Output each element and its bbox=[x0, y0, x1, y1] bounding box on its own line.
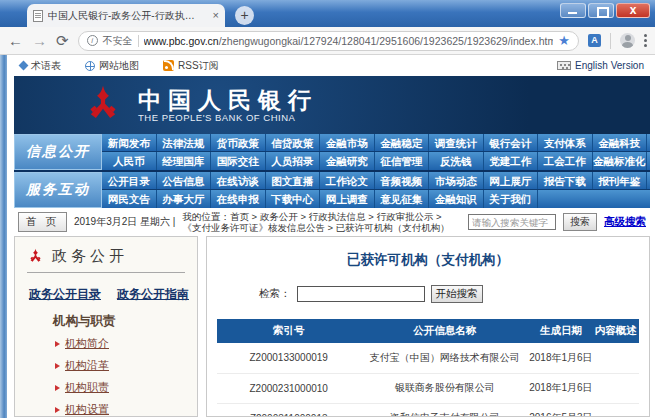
table-row[interactable]: Z2000311000013资和信电子支付有限公司2016年5月3日 bbox=[217, 403, 639, 417]
cell-info-name[interactable]: 支付宝（中国）网络技术有限公司 bbox=[360, 343, 529, 373]
sitemap-link[interactable]: 网站地图 bbox=[85, 59, 139, 73]
nav-item[interactable]: 银行会计 bbox=[484, 134, 539, 151]
start-search-button[interactable]: 开始搜索 bbox=[431, 285, 483, 303]
site-search-button[interactable]: 搜索 bbox=[563, 213, 597, 231]
nav-item[interactable]: 金融标准化 bbox=[593, 152, 648, 170]
sidebar-item-link[interactable]: 机构职责 bbox=[65, 380, 109, 395]
nav-item[interactable]: 调查统计 bbox=[429, 134, 484, 151]
english-label: English Version bbox=[575, 60, 644, 71]
current-date: 2019年3月2日 星期六 | bbox=[74, 215, 176, 229]
nav-item[interactable]: 公告信息 bbox=[157, 172, 212, 189]
window-close-button[interactable]: x bbox=[616, 3, 650, 18]
sidebar-item-link[interactable]: 机构设置 bbox=[65, 402, 109, 417]
nav-item[interactable]: 在线访谈 bbox=[211, 172, 266, 189]
glossary-link[interactable]: 术语表 bbox=[20, 59, 61, 73]
col-summary: 内容概述 bbox=[593, 319, 639, 343]
sidebar-item[interactable]: 机构设置 bbox=[55, 402, 185, 417]
site-utility-bar: 术语表 网站地图 RSS订阅 English Version bbox=[14, 55, 650, 76]
nav-item[interactable]: 征信管理 bbox=[375, 152, 430, 170]
nav-item[interactable]: 报刊年鉴 bbox=[593, 172, 648, 189]
sidebar: 政务公开 政务公开目录 政务公开指南 机构与职责机构简介机构沿革机构职责机构设置… bbox=[14, 236, 198, 417]
address-bar[interactable]: i 不安全 www.pbc.gov.cn/zhengwugongkai/1279… bbox=[78, 31, 579, 51]
forward-button[interactable]: → bbox=[32, 33, 47, 48]
nav-item[interactable]: 音频视频 bbox=[375, 172, 430, 189]
reload-button[interactable]: ⟳ bbox=[56, 33, 69, 48]
nav-item[interactable]: 法律法规 bbox=[157, 134, 212, 151]
nav-group-info-disclosure[interactable]: 信息公开 bbox=[14, 134, 102, 170]
sidebar-link-catalog[interactable]: 政务公开目录 bbox=[29, 286, 101, 303]
nav-item[interactable]: 金融稳定 bbox=[375, 134, 430, 151]
nav-item[interactable]: 意见征集 bbox=[375, 190, 430, 208]
nav-item[interactable]: 支付体系 bbox=[538, 134, 593, 151]
cell-info-name[interactable]: 资和信电子支付有限公司 bbox=[360, 403, 529, 417]
nav-item[interactable]: 党建工作 bbox=[484, 152, 539, 170]
nav-item[interactable]: 网民文告 bbox=[102, 190, 157, 208]
nav-item[interactable]: 在线申报 bbox=[211, 190, 266, 208]
nav-item[interactable]: 办事大厅 bbox=[157, 190, 212, 208]
translate-icon[interactable]: A bbox=[588, 34, 601, 47]
back-button[interactable]: ← bbox=[8, 33, 23, 48]
nav-item[interactable]: 人民币 bbox=[102, 152, 157, 170]
triangle-bullet-icon bbox=[55, 407, 60, 413]
nav-item[interactable]: 货币政策 bbox=[211, 134, 266, 151]
nav-item[interactable]: 工作论文 bbox=[320, 172, 375, 189]
nav-item[interactable]: 公开目录 bbox=[102, 172, 157, 189]
tab-close-icon[interactable]: × bbox=[213, 10, 219, 21]
nav-item[interactable]: 金融知识 bbox=[429, 190, 484, 208]
new-tab-button[interactable]: + bbox=[235, 6, 254, 25]
tab-title: 中国人民银行-政务公开-行政执… bbox=[48, 9, 208, 23]
table-row[interactable]: Z2000231000010银联商务股份有限公司2018年1月6日 bbox=[217, 373, 639, 403]
english-version-link[interactable]: English Version bbox=[557, 60, 644, 71]
nav-item[interactable]: 工会工作 bbox=[538, 152, 593, 170]
sidebar-link-guide[interactable]: 政务公开指南 bbox=[117, 286, 189, 303]
tab-favicon-icon bbox=[33, 10, 43, 22]
nav-item[interactable]: 金融研究 bbox=[320, 152, 375, 170]
bookmark-star-icon[interactable]: ★ bbox=[558, 33, 570, 48]
sidebar-item[interactable]: 机构职责 bbox=[55, 380, 185, 395]
triangle-bullet-icon bbox=[55, 385, 60, 391]
url-domain: www.pbc.gov.cn bbox=[144, 35, 219, 47]
nav-item[interactable]: 经理国库 bbox=[157, 152, 212, 170]
rss-link[interactable]: RSS订阅 bbox=[163, 59, 219, 73]
window-maximize-button[interactable] bbox=[588, 3, 614, 18]
window-left-border bbox=[0, 55, 7, 418]
profile-avatar[interactable] bbox=[620, 33, 635, 48]
sidebar-item-link[interactable]: 机构简介 bbox=[65, 336, 109, 351]
nav-item[interactable]: 网上调查 bbox=[320, 190, 375, 208]
site-search-input[interactable] bbox=[468, 214, 556, 230]
browser-menu-icon[interactable] bbox=[644, 34, 647, 47]
nav-item[interactable]: 反洗钱 bbox=[429, 152, 484, 170]
browser-window: 中国人民银行-政务公开-行政执… × + x ← → ⟳ i 不安全 www.p… bbox=[0, 0, 655, 419]
home-button[interactable]: 首 页 bbox=[18, 212, 67, 232]
nav-item[interactable]: 报告下载 bbox=[538, 172, 593, 189]
col-date: 生成日期 bbox=[529, 319, 592, 343]
nav-item[interactable]: 国际交往 bbox=[211, 152, 266, 170]
filter-input[interactable] bbox=[297, 286, 425, 302]
sidebar-item[interactable]: 机构简介 bbox=[55, 336, 185, 351]
nav-item[interactable]: 图文直播 bbox=[266, 172, 321, 189]
advanced-search-link[interactable]: 高级搜索 bbox=[604, 215, 646, 229]
breadcrumb[interactable]: 我的位置：首页 > 政务公开 > 行政执法信息 > 行政审批公示 > 《支付业务… bbox=[182, 211, 461, 234]
sidebar-item[interactable]: 机构沿革 bbox=[55, 358, 185, 373]
url-text: www.pbc.gov.cn/zhengwugongkai/127924/128… bbox=[144, 35, 554, 47]
rss-icon bbox=[163, 60, 174, 71]
nav-item[interactable]: 信贷政策 bbox=[266, 134, 321, 151]
nav-item[interactable]: 金融科技 bbox=[593, 134, 648, 151]
nav-item[interactable]: 网上展厅 bbox=[484, 172, 539, 189]
browser-tab[interactable]: 中国人民银行-政务公开-行政执… × bbox=[27, 4, 225, 27]
cell-info-name[interactable]: 银联商务股份有限公司 bbox=[360, 373, 529, 403]
browser-toolbar: ← → ⟳ i 不安全 www.pbc.gov.cn/zhengwugongka… bbox=[0, 27, 655, 55]
nav-item[interactable]: 下载中心 bbox=[266, 190, 321, 208]
nav-item[interactable]: 金融市场 bbox=[320, 134, 375, 151]
table-row[interactable]: Z2000133000019支付宝（中国）网络技术有限公司2018年1月6日 bbox=[217, 343, 639, 373]
nav-item[interactable]: 市场动态 bbox=[429, 172, 484, 189]
nav-group-service-interaction[interactable]: 服务互动 bbox=[14, 172, 102, 208]
nav-item[interactable]: 关于我们 bbox=[484, 190, 539, 208]
nav-item[interactable]: 人员招录 bbox=[266, 152, 321, 170]
cell-summary bbox=[593, 373, 639, 403]
sidebar-item-link[interactable]: 机构沿革 bbox=[65, 358, 109, 373]
cell-summary bbox=[593, 343, 639, 373]
info-icon[interactable]: i bbox=[87, 35, 98, 46]
window-minimize-button[interactable] bbox=[560, 3, 586, 18]
nav-item[interactable]: 新闻发布 bbox=[102, 134, 157, 151]
